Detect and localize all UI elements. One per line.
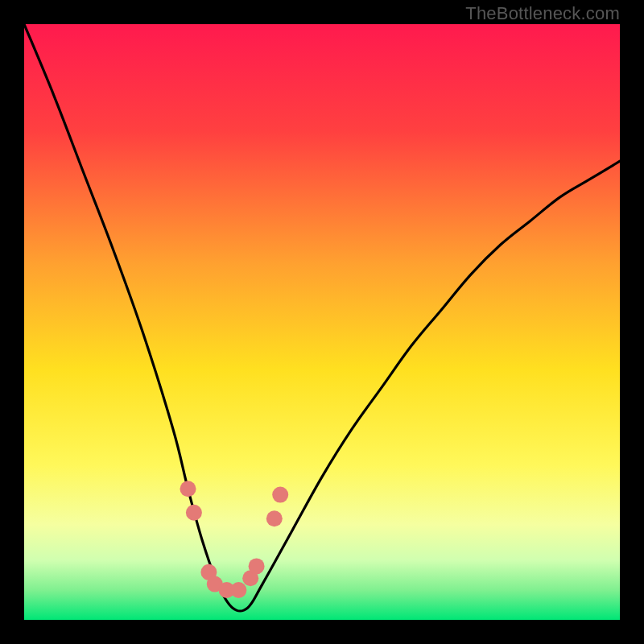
data-marker (186, 505, 202, 521)
watermark-text: TheBottleneck.com (465, 3, 620, 24)
data-marker (230, 582, 246, 598)
chart-frame: TheBottleneck.com (0, 0, 644, 644)
data-marker (266, 510, 283, 526)
marker-group (180, 481, 289, 598)
data-marker (180, 481, 196, 497)
plot-area (24, 24, 620, 620)
data-marker (249, 558, 265, 574)
curve-layer (24, 24, 620, 620)
data-marker (272, 487, 288, 503)
bottleneck-curve (24, 24, 620, 611)
